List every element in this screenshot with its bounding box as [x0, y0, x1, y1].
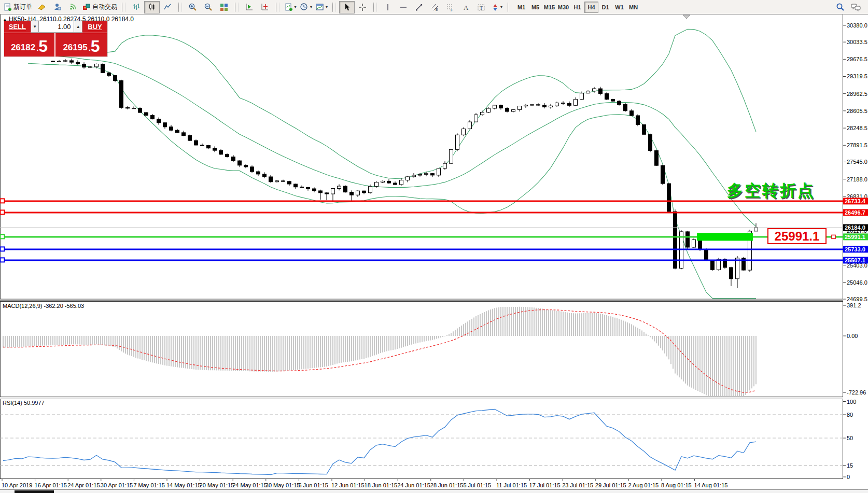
- auto-scroll-button[interactable]: [242, 1, 257, 13]
- toolbar-grip[interactable]: [178, 3, 182, 12]
- arrows-caret[interactable]: ▾: [500, 5, 502, 9]
- fibonacci-button[interactable]: F: [442, 1, 458, 13]
- toolbar-grip[interactable]: [276, 3, 279, 12]
- horizontal-line-button[interactable]: [396, 1, 411, 13]
- new-order-button[interactable]: 新订单: [2, 1, 34, 13]
- rsi-indicator-label: RSI(14) 50.9977: [3, 400, 45, 406]
- price-tick-label: 29676.5: [847, 56, 867, 62]
- timeframe-h4-button[interactable]: H4: [584, 2, 598, 13]
- toolbar-grip[interactable]: [332, 3, 336, 12]
- scrollbar-thumb[interactable]: [15, 490, 54, 493]
- date-label: 24 Apr 01:15: [67, 482, 100, 488]
- rsi-tick-label: 15: [847, 462, 853, 469]
- indicators-caret[interactable]: ▾: [294, 5, 296, 9]
- timeframe-m1-button[interactable]: M1: [514, 2, 528, 13]
- date-label: 30 Apr 01:15: [101, 482, 133, 488]
- text-button[interactable]: A: [458, 1, 473, 13]
- toolbar-group-trade: 新订单 自动交易: [0, 0, 120, 14]
- text-label-button[interactable]: T: [473, 1, 489, 13]
- date-label: 7 May 01:15: [133, 482, 165, 488]
- price-tick-label: 24699.5: [847, 296, 867, 302]
- period-caret[interactable]: ▾: [310, 5, 312, 9]
- crosshair-icon: [358, 3, 367, 11]
- arrows-button[interactable]: ▾: [489, 1, 505, 13]
- rsi-tick-label: 100: [847, 399, 856, 405]
- price-tag: 25507.1: [845, 257, 865, 263]
- date-label: 5 Jul 01:15: [463, 482, 491, 488]
- templates-caret[interactable]: ▾: [326, 5, 328, 9]
- zoom-in-button[interactable]: [185, 1, 201, 13]
- signals-button[interactable]: [65, 1, 80, 13]
- price-tick-label: 25046.0: [847, 279, 867, 286]
- toolbar-group-scroll: [240, 0, 274, 14]
- zoom-in-icon: [188, 3, 198, 12]
- fibonacci-icon: F: [446, 3, 454, 11]
- vertical-line-button[interactable]: [380, 1, 396, 13]
- toolbar-grip[interactable]: [508, 3, 511, 12]
- buy-button[interactable]: BUY: [82, 21, 107, 33]
- sell-price-big: 5: [38, 38, 48, 54]
- date-label: 16 Apr 01:15: [35, 482, 67, 488]
- price-tick-label: 27891.5: [847, 142, 867, 148]
- trendline-button[interactable]: [411, 1, 427, 13]
- auto-trading-label: 自动交易: [92, 3, 117, 11]
- price-tick-label: 28962.5: [847, 91, 867, 97]
- price-callout-box[interactable]: 25991.1: [767, 228, 827, 244]
- auto-trading-icon: [82, 3, 91, 11]
- timeframe-m30-button[interactable]: M30: [556, 2, 570, 13]
- indicators-button[interactable]: ▾: [283, 1, 298, 13]
- chart-shift-button[interactable]: [257, 1, 273, 13]
- svg-text:E: E: [436, 8, 438, 11]
- cursor-button[interactable]: [339, 1, 355, 13]
- timeframe-w1-button[interactable]: W1: [612, 2, 626, 13]
- auto-trading-button[interactable]: 自动交易: [80, 1, 119, 13]
- candlestick-chart-button[interactable]: [144, 1, 160, 13]
- zoom-out-button[interactable]: [201, 1, 216, 13]
- bar-chart-button[interactable]: [129, 1, 144, 13]
- timeframe-d1-button[interactable]: D1: [598, 2, 612, 13]
- signal-icon: [68, 3, 77, 11]
- horizontal-scrollbar[interactable]: [0, 489, 868, 493]
- rsi-tick-label: 50: [847, 435, 853, 441]
- price-tick-label: 28605.5: [847, 108, 867, 114]
- templates-button[interactable]: ▾: [314, 1, 329, 13]
- lot-increase-button[interactable]: ▲: [74, 21, 82, 33]
- toolbar-grip[interactable]: [235, 3, 239, 12]
- toolbar-grip[interactable]: [373, 3, 377, 12]
- profile-icon: [53, 3, 62, 11]
- timeframe-m5-button[interactable]: M5: [528, 2, 542, 13]
- channel-button[interactable]: E: [427, 1, 442, 13]
- sell-price[interactable]: 26182.5: [4, 33, 54, 57]
- text-icon: A: [461, 3, 470, 11]
- period-button[interactable]: ▾: [298, 1, 314, 13]
- horizontal-line-icon: [399, 3, 408, 11]
- profiles-button[interactable]: [49, 1, 65, 13]
- toolbar-grip[interactable]: [122, 3, 125, 12]
- zoom-out-icon: [204, 3, 213, 12]
- lot-decrease-button[interactable]: ▼: [31, 21, 39, 33]
- candlestick-icon: [148, 3, 157, 11]
- lot-size-input[interactable]: [39, 21, 74, 33]
- line-chart-button[interactable]: [160, 1, 175, 13]
- sell-button[interactable]: SELL: [4, 21, 31, 33]
- hline-handle: [1, 210, 5, 214]
- template-icon: [315, 3, 325, 12]
- arrows-icon: [491, 3, 499, 11]
- tile-windows-button[interactable]: [216, 1, 232, 13]
- search-button[interactable]: [833, 1, 848, 13]
- buy-price[interactable]: 26195.5: [55, 33, 107, 57]
- timeframe-mn-button[interactable]: MN: [626, 2, 640, 13]
- date-axis: 10 Apr 201916 Apr 01:1524 Apr 01:1530 Ap…: [2, 479, 727, 489]
- trendline-icon: [415, 3, 423, 11]
- quotes-button[interactable]: [34, 1, 49, 13]
- timeframe-h1-button[interactable]: H1: [570, 2, 584, 13]
- timeframe-m15-button[interactable]: M15: [542, 2, 556, 13]
- callout-anchor-handle: [832, 235, 835, 238]
- turning-point-annotation[interactable]: 多空转折点: [727, 180, 815, 202]
- hline-handle: [1, 234, 5, 238]
- crosshair-button[interactable]: [355, 1, 370, 13]
- toolbar-group-cursor: [338, 0, 372, 14]
- macd-tick-label: 391.2: [847, 302, 861, 308]
- chat-button[interactable]: [848, 1, 864, 13]
- price-tick-label: 30380.0: [847, 22, 867, 29]
